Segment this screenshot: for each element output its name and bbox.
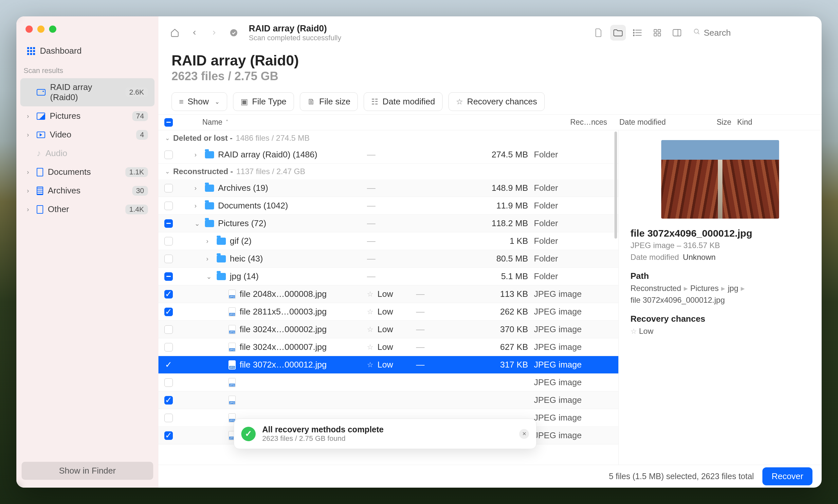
filter-recovery-chances[interactable]: ☆Recovery chances [448, 92, 545, 111]
file-row[interactable]: JPEG image [158, 374, 618, 392]
nav-back-button[interactable] [186, 25, 202, 40]
file-row[interactable]: ⌄Pictures (72)—118.2 MBFolder [158, 215, 618, 232]
sidebar-item-other[interactable]: ›Other1.4K [20, 200, 155, 218]
calendar-icon: ☷ [371, 97, 378, 106]
file-row[interactable]: ›RAID array (Raid0) (1486)—274.5 MBFolde… [158, 146, 618, 164]
row-checkbox[interactable] [164, 343, 173, 352]
recover-button[interactable]: Recover [762, 467, 813, 485]
chevron-right-icon: › [27, 112, 32, 120]
nav-forward-button[interactable] [206, 25, 222, 40]
search-field[interactable] [689, 25, 813, 40]
file-row[interactable]: ›Documents (1042)—11.9 MBFolder [158, 197, 618, 215]
row-checkbox[interactable]: ✓ [164, 290, 173, 299]
row-checkbox[interactable] [164, 325, 173, 334]
view-list-button[interactable] [630, 25, 645, 40]
filter-show[interactable]: ≡Show⌄ [172, 92, 227, 111]
row-name-cell: file 3072x…000012.jpg [183, 360, 367, 370]
detail-date-value: Unknown [683, 253, 716, 262]
row-checkbox[interactable] [164, 414, 173, 422]
file-row[interactable]: ✓file 2811x5…00003.jpg☆Low—262 KBJPEG im… [158, 303, 618, 321]
select-all-checkbox[interactable] [164, 118, 173, 127]
column-recovery[interactable]: Rec…nces [570, 118, 619, 127]
toggle-details-button[interactable] [669, 25, 685, 40]
file-row[interactable]: ›heic (43)—80.5 MBFolder [158, 250, 618, 268]
sidebar-item-audio[interactable]: ♪Audio [20, 144, 155, 162]
file-row[interactable]: ›Archives (19)—148.9 MBFolder [158, 179, 618, 197]
row-checkbox[interactable]: ✓ [164, 396, 173, 404]
svg-rect-8 [658, 30, 661, 32]
row-recovery: ☆Low [367, 324, 416, 335]
filter-show-label: Show [188, 96, 209, 107]
file-row[interactable]: file 3024x…000002.jpg☆Low—370 KBJPEG ima… [158, 321, 618, 338]
file-row[interactable]: ›gif (2)—1 KBFolder [158, 232, 618, 250]
view-grid-button[interactable] [649, 25, 665, 40]
file-row[interactable]: file 3024x…000007.jpg☆Low—627 KBJPEG ima… [158, 338, 618, 356]
row-recovery: — [367, 183, 416, 193]
row-date: — [416, 289, 473, 299]
row-name: gif (2) [230, 236, 251, 246]
minimize-window-icon[interactable] [37, 25, 44, 33]
row-name: file 3024x…000002.jpg [239, 324, 327, 335]
scrollbar[interactable] [614, 130, 618, 465]
row-checkbox[interactable] [164, 378, 173, 387]
column-date[interactable]: Date modified [619, 118, 677, 127]
file-row[interactable]: ✓file 3072x…000012.jpg☆Low—317 KBJPEG im… [158, 356, 618, 374]
folder-icon [217, 273, 226, 280]
filter-file-size[interactable]: 🗎File size [300, 92, 358, 111]
expand-toggle[interactable]: › [194, 202, 201, 210]
file-list[interactable]: ⌄Deleted or lost - 1486 files / 274.5 MB… [158, 130, 619, 465]
row-checkbox[interactable] [164, 237, 173, 246]
row-checkbox[interactable] [164, 272, 173, 281]
column-kind[interactable]: Kind [737, 118, 813, 127]
row-date: — [416, 342, 473, 352]
view-file-button[interactable] [590, 25, 606, 40]
file-row[interactable]: ✓JPEG image [158, 392, 618, 409]
row-checkbox[interactable] [164, 202, 173, 210]
detail-date-label: Date modified [630, 253, 679, 262]
sidebar-item-video[interactable]: ›Video4 [20, 126, 155, 144]
expand-toggle[interactable]: ⌄ [206, 273, 213, 281]
filter-file-type-label: File Type [252, 96, 286, 107]
expand-toggle[interactable]: › [206, 237, 213, 245]
file-row[interactable]: ✓file 2048x…000008.jpg☆Low—113 KBJPEG im… [158, 285, 618, 303]
row-name-cell: file 2811x5…00003.jpg [183, 307, 367, 317]
row-checkbox[interactable] [164, 184, 173, 193]
row-name-cell: ›Documents (1042) [183, 201, 367, 211]
sidebar-item-documents[interactable]: ›Documents1.1K [20, 163, 155, 181]
filter-file-type[interactable]: ▣File Type [233, 92, 294, 111]
expand-toggle[interactable]: › [194, 184, 201, 192]
expand-toggle[interactable]: › [194, 151, 201, 158]
view-folder-button[interactable] [610, 25, 626, 40]
count-badge: 74 [132, 111, 148, 121]
detail-filename: file 3072x4096_000012.jpg [630, 228, 810, 239]
search-input[interactable] [704, 28, 808, 38]
panel-icon [672, 29, 681, 37]
row-kind: JPEG image [534, 307, 609, 317]
home-button[interactable] [167, 25, 183, 40]
row-checkbox[interactable] [164, 255, 173, 263]
group-header[interactable]: ⌄Reconstructed - 1137 files / 2.47 GB [158, 164, 618, 179]
scrollbar-thumb[interactable] [614, 131, 617, 238]
row-checkbox[interactable]: ✓ [164, 308, 173, 316]
toast-close-button[interactable]: ✕ [519, 429, 529, 439]
column-size[interactable]: Size [677, 118, 737, 127]
sidebar-dashboard[interactable]: Dashboard [20, 42, 155, 60]
sidebar-item-archives[interactable]: ›Archives30 [20, 182, 155, 200]
close-window-icon[interactable] [25, 25, 33, 33]
expand-toggle[interactable]: ⌄ [194, 220, 201, 228]
column-name[interactable]: Name˄ [183, 118, 570, 127]
show-in-finder-button[interactable]: Show in Finder [22, 462, 153, 480]
chevron-down-icon: ⌄ [165, 168, 170, 175]
row-checkbox[interactable] [164, 219, 173, 228]
row-checkbox[interactable]: ✓ [164, 431, 173, 440]
row-checkbox[interactable]: ✓ [164, 361, 173, 369]
row-checkbox[interactable] [164, 150, 173, 159]
file-row[interactable]: ⌄jpg (14)—5.1 MBFolder [158, 268, 618, 285]
sidebar-item-drive[interactable]: RAID array (Raid0)2.6K [20, 78, 155, 106]
expand-toggle[interactable]: › [206, 255, 213, 263]
sidebar-item-pictures[interactable]: ›Pictures74 [20, 107, 155, 125]
chevron-right-icon: › [27, 131, 32, 139]
filter-date-modified[interactable]: ☷Date modified [364, 92, 442, 111]
group-header[interactable]: ⌄Deleted or lost - 1486 files / 274.5 MB [158, 130, 618, 146]
zoom-window-icon[interactable] [49, 25, 56, 33]
